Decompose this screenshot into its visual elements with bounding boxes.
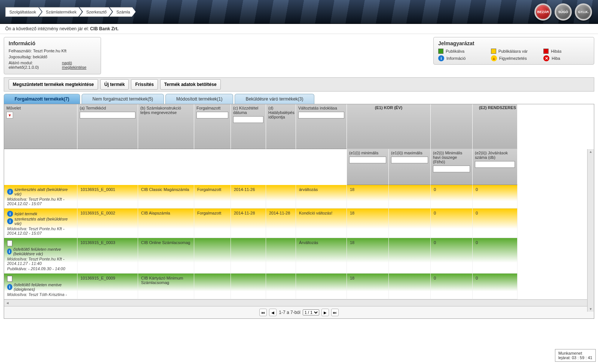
tab-not-distributed[interactable]: Nem forgalmazott termékek(5) — [82, 94, 164, 104]
col-pub-date: (c) Közzététel dátuma — [231, 104, 266, 149]
legend-panel: Jelmagyarázat Publikálva Publikálásra vá… — [433, 37, 594, 65]
info-panel: Információ Felhasználó: Teszt Ponte.hu K… — [4, 37, 101, 74]
cell-dist — [194, 274, 231, 299]
tab-bar: Forgalmazott termékek(7) Nem forgalmazot… — [4, 94, 594, 104]
page-range: 1-7 a 7-ból — [279, 310, 300, 315]
page-next-button[interactable]: ▶ — [321, 309, 329, 316]
filter-e2-cnt[interactable] — [475, 161, 515, 168]
tab-distributed[interactable]: Forgalmazott termékek(7) — [4, 94, 80, 104]
page-first-button[interactable]: ⏮ — [259, 309, 267, 316]
info-icon: i — [438, 55, 444, 61]
status-cell[interactable]: i szerkesztés alatt (beküldésre vár)Módo… — [4, 185, 77, 209]
status-cell[interactable]: i ősfeltöltő felületen mentve (beküldésr… — [4, 238, 77, 274]
cell-e1-min: 18 — [347, 274, 389, 299]
status-cell[interactable]: i ősfeltöltő felületen mentve (ideiglene… — [4, 274, 77, 299]
cell-e1-max — [389, 274, 431, 299]
cell-eff-date — [266, 185, 296, 209]
col-e2-cnt: (e2(ii)) Jóváírások száma (db) — [473, 149, 518, 185]
pager: ⏮ ◀ 1-7 a 7-ból 1 / 1 ▶ ⏭ — [4, 306, 594, 318]
page-prev-button[interactable]: ◀ — [269, 309, 277, 316]
filter-icon[interactable]: ▼ — [6, 112, 13, 118]
cell-e2-cnt: 0 — [473, 238, 518, 274]
cell-pub-date — [231, 238, 266, 274]
filter-e1-min[interactable] — [349, 157, 386, 163]
vertical-scrollbar[interactable] — [587, 149, 594, 312]
info-icon: i — [7, 284, 12, 290]
document-icon[interactable] — [7, 276, 12, 282]
cell-e1-max — [389, 209, 431, 238]
cell-e2-cnt: 0 — [473, 185, 518, 209]
col-eff-date: (d) Hatálybalépés időpontja — [266, 104, 296, 149]
filter-code[interactable] — [80, 112, 135, 118]
square-green-icon — [438, 49, 443, 54]
filter-reason[interactable] — [298, 112, 344, 118]
breadcrumb-item[interactable]: Számlatermékek — [39, 7, 82, 17]
breadcrumb-item[interactable]: Szolgáltatások — [5, 7, 42, 17]
tab-modified[interactable]: Módosított termékek(1) — [165, 94, 233, 104]
cell-eff-date — [266, 238, 296, 274]
error-icon: ✕ — [543, 55, 549, 61]
cell-code: 10136915_E_0009 — [77, 274, 138, 299]
cell-name: CIB Classic Magánszámla — [138, 185, 194, 209]
view-discontinued-button[interactable]: Megszüntetett termékek megtekintése — [9, 79, 98, 90]
cell-e2-min: 0 — [431, 185, 473, 209]
info-signer: Aláíró modul: elérhető(2.1.0.0) — [9, 61, 62, 70]
info-user: Felhasználó: Teszt Ponte.hu Kft — [9, 49, 96, 53]
horizontal-scrollbar[interactable] — [4, 299, 594, 306]
col-e2-min: (e2(i)) Minimális havi összege (Ft/hó) — [431, 149, 473, 185]
header-actions: BEZÁR SÚGÓ GY.I.K. — [534, 3, 592, 21]
cell-eff-date: 2014-11-28 — [266, 209, 296, 238]
tab-pending[interactable]: Beküldésre váró termékek(3) — [235, 94, 314, 104]
col-name: (b) Számlakonstrukció teljes megnevezése — [138, 104, 194, 149]
legend-title: Jelmagyarázat — [438, 40, 589, 46]
cell-e2-min: 0 — [431, 238, 473, 274]
page-last-button[interactable]: ⏭ — [331, 309, 339, 316]
cell-dist: Forgalmazott — [194, 209, 231, 238]
help-button[interactable]: SÚGÓ — [555, 3, 572, 21]
cell-e1-min: 18 — [347, 238, 389, 274]
col-e1-max: (e1(ii)) maximális — [389, 149, 431, 185]
cell-code: 10136915_E_0001 — [77, 185, 138, 209]
cell-e1-min: 18 — [347, 185, 389, 209]
cell-dist — [194, 238, 231, 274]
close-button[interactable]: BEZÁR — [534, 3, 552, 21]
filter-pub-date[interactable] — [233, 116, 263, 123]
institution-name: CIB Bank Zrt. — [90, 26, 119, 31]
breadcrumb: Szolgáltatások Számlatermékek Szerkesztő… — [5, 7, 136, 17]
page-select[interactable]: 1 / 1 — [303, 309, 319, 315]
load-data-button[interactable]: Termék adatok betöltése — [160, 79, 221, 90]
info-icon: i — [7, 189, 13, 195]
app-header: Szolgáltatások Számlatermékek Szerkesztő… — [0, 0, 598, 24]
cell-name: CIB Kártyázó Minimum Számlacsomag — [138, 274, 194, 299]
filter-dist[interactable] — [196, 112, 228, 118]
cell-reason: Kondíció változás! — [296, 209, 347, 238]
cell-pub-date: 2014-11-28 — [231, 209, 266, 238]
legend-warn: ▲Figyelmeztetés — [491, 55, 537, 61]
info-icon: i — [7, 249, 12, 255]
cell-reason — [296, 274, 347, 299]
legend-published: Publikálva — [438, 49, 484, 54]
legend-err: ✕Hiba — [543, 55, 589, 61]
cell-dist: Forgalmazott — [194, 185, 231, 209]
info-icon: i — [7, 211, 13, 217]
col-operation: Művelet ▼ — [4, 104, 77, 149]
log-link[interactable]: napló megtekintése — [62, 61, 97, 70]
cell-code: 10136915_E_0003 — [77, 238, 138, 274]
faq-button[interactable]: GY.I.K. — [575, 3, 592, 21]
cell-e2-cnt: 0 — [473, 209, 518, 238]
refresh-button[interactable]: Frissítés — [131, 79, 158, 90]
filter-e2-min[interactable] — [433, 166, 470, 172]
cell-name: CIB Online Számlacsomag — [138, 238, 194, 274]
status-cell[interactable]: i lejárt terméki szerkesztés alatt (bekü… — [4, 209, 77, 238]
breadcrumb-item[interactable]: Szerkesztő — [79, 7, 112, 17]
warning-icon: ▲ — [491, 55, 497, 61]
document-icon[interactable] — [7, 240, 12, 246]
col-group-blank — [431, 104, 473, 149]
cell-e1-max — [389, 185, 431, 209]
filter-e1-max[interactable] — [391, 157, 428, 163]
new-product-button[interactable]: Új termék — [100, 79, 129, 90]
cell-code: 10136915_E_0002 — [77, 209, 138, 238]
breadcrumb-item[interactable]: Számla — [109, 7, 136, 17]
info-title: Információ — [9, 40, 96, 46]
col-code: (a) Termékkód — [77, 104, 138, 149]
